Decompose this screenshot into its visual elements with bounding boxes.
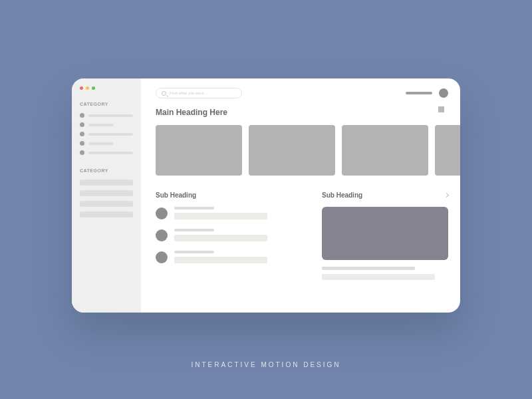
nav-item[interactable]: [80, 141, 133, 146]
right-column: Sub Heading: [322, 192, 448, 280]
page-title: Main Heading Here: [156, 108, 448, 117]
list-item[interactable]: [156, 207, 289, 219]
item-desc-placeholder: [174, 235, 267, 241]
bullet-icon: [80, 141, 84, 146]
nav-item[interactable]: [80, 190, 133, 196]
nav-placeholder: [88, 142, 114, 145]
search-icon: [162, 91, 166, 96]
item-title-placeholder: [174, 207, 214, 209]
nav-placeholder: [88, 124, 114, 126]
nav-item[interactable]: [80, 201, 133, 207]
nav-placeholder: [88, 114, 133, 117]
close-icon[interactable]: [80, 86, 83, 90]
sub-heading-left: Sub Heading: [156, 192, 196, 199]
topbar: Find what you want...: [156, 88, 448, 98]
search-placeholder: Find what you want...: [170, 91, 207, 95]
page-caption: INTERACTIVE MOTION DESIGN: [0, 361, 532, 368]
username-placeholder: [406, 92, 432, 94]
card[interactable]: [435, 125, 460, 176]
list-item[interactable]: [156, 229, 289, 241]
chevron-right-icon[interactable]: [444, 193, 449, 198]
nav-item[interactable]: [80, 122, 133, 127]
sub-heading-right: Sub Heading: [322, 192, 362, 199]
bullet-icon: [80, 150, 84, 155]
item-desc-placeholder: [174, 257, 267, 263]
sidebar: CATEGORY CATEGORY: [72, 78, 141, 313]
nav-placeholder: [88, 152, 133, 154]
nav-group-1: [80, 113, 133, 155]
nav-item[interactable]: [80, 113, 133, 118]
search-input[interactable]: Find what you want...: [156, 88, 242, 98]
app-window: CATEGORY CATEGORY Find what you want...: [72, 78, 460, 313]
card[interactable]: [156, 125, 242, 176]
minimize-icon[interactable]: [86, 86, 89, 90]
card[interactable]: [249, 125, 335, 176]
card[interactable]: [342, 125, 428, 176]
avatar-icon: [156, 207, 168, 219]
bullet-icon: [80, 122, 84, 127]
columns: Sub Heading Sub Heading: [156, 192, 448, 280]
item-desc-placeholder: [174, 213, 267, 219]
category-label-1: CATEGORY: [80, 102, 133, 106]
feature-card[interactable]: [322, 207, 448, 260]
window-controls: [80, 86, 133, 90]
bullet-icon: [80, 113, 84, 118]
menu-icon[interactable]: [438, 106, 444, 112]
category-label-2: CATEGORY: [80, 168, 133, 173]
avatar-icon: [156, 251, 168, 263]
main-content: Find what you want... Main Heading Here …: [141, 78, 460, 313]
list-item[interactable]: [156, 251, 289, 263]
nav-item[interactable]: [80, 150, 133, 155]
nav-placeholder: [88, 133, 133, 136]
avatar[interactable]: [439, 88, 448, 98]
item-title-placeholder: [174, 229, 214, 231]
cards-carousel[interactable]: [156, 125, 448, 176]
left-column: Sub Heading: [156, 192, 289, 280]
nav-item[interactable]: [80, 132, 133, 136]
nav-item[interactable]: [80, 180, 133, 186]
nav-item[interactable]: [80, 211, 133, 217]
nav-group-2: [80, 180, 133, 217]
card-desc-placeholder: [322, 274, 435, 280]
bullet-icon: [80, 132, 84, 136]
item-title-placeholder: [174, 251, 214, 253]
avatar-icon: [156, 229, 168, 241]
card-title-placeholder: [322, 267, 415, 270]
maximize-icon[interactable]: [92, 86, 95, 90]
